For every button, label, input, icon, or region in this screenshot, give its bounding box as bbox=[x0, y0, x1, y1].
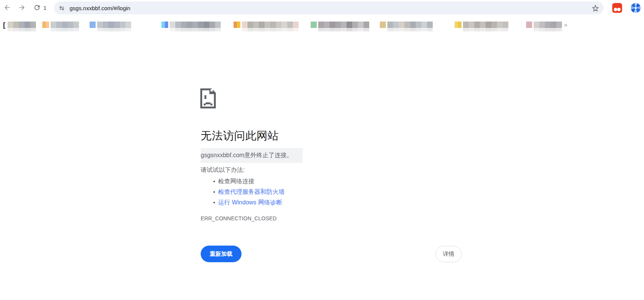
url-text[interactable]: gsgs.nxxbbf.com/#/login bbox=[70, 5, 591, 11]
bookmark-item[interactable]: [ bbox=[3, 20, 41, 32]
pixelated-text-block bbox=[318, 28, 324, 31]
pixelated-text-block bbox=[324, 28, 330, 31]
pixelated-text-block bbox=[352, 22, 358, 28]
pixelated-text-block bbox=[421, 28, 427, 31]
bookmark-item[interactable] bbox=[234, 20, 302, 32]
reload-page-button[interactable]: 重新加载 bbox=[201, 246, 242, 262]
pixelated-text-block bbox=[352, 28, 358, 31]
pixelated-text-block bbox=[497, 22, 503, 28]
pixelated-text-block bbox=[335, 22, 341, 28]
pixelated-text-block bbox=[404, 28, 410, 31]
pixelated-text-block bbox=[56, 28, 62, 31]
bookmarks-overflow-chevron[interactable]: » bbox=[564, 21, 567, 29]
browser-toolbar: 1 gsgs.nxxbbf.com/#/login bbox=[0, 0, 644, 16]
pixelated-text-block bbox=[73, 28, 79, 31]
pixelated-text-block bbox=[364, 28, 369, 31]
pixelated-text-block bbox=[175, 22, 181, 28]
pixelated-text-block bbox=[181, 28, 187, 31]
pixelated-text-block bbox=[192, 28, 198, 31]
bookmark-item[interactable] bbox=[90, 20, 134, 32]
pixelated-text-block bbox=[341, 28, 347, 31]
pixelated-text-block bbox=[427, 28, 433, 31]
pixelated-text-block bbox=[187, 22, 192, 28]
pixelated-text-block bbox=[347, 22, 352, 28]
pixelated-text-block bbox=[204, 22, 209, 28]
bookmark-favicon bbox=[526, 22, 532, 28]
bookmark-item[interactable] bbox=[42, 20, 82, 32]
pixelated-text-block bbox=[187, 28, 192, 31]
pixelated-text-block bbox=[120, 28, 125, 31]
pixelated-text-block bbox=[248, 22, 253, 28]
pixelated-text-block bbox=[276, 22, 282, 28]
red-extension-icon[interactable] bbox=[612, 3, 622, 13]
pixelated-text-block bbox=[13, 28, 19, 31]
pixelated-text-block bbox=[287, 22, 293, 28]
pixelated-text-block bbox=[114, 28, 120, 31]
pixelated-text-block bbox=[253, 22, 259, 28]
bookmark-star-icon[interactable] bbox=[591, 4, 599, 12]
blue-swirl-extension-icon[interactable] bbox=[631, 3, 641, 13]
error-page: 无法访问此网站 gsgsnxxbbf.com意外终止了连接。 请试试以下办法: … bbox=[0, 33, 644, 300]
suggestion-label: 检查网络连接 bbox=[218, 178, 254, 186]
pixelated-text-block bbox=[534, 28, 539, 31]
pixelated-text-block bbox=[387, 28, 393, 31]
sad-file-icon bbox=[200, 88, 218, 108]
error-message: gsgsnxxbbf.com意外终止了连接。 bbox=[201, 148, 303, 163]
pixelated-text-block bbox=[25, 22, 30, 28]
pixelated-text-block bbox=[404, 22, 410, 28]
reload-icon bbox=[33, 4, 41, 12]
suggestion-label[interactable]: 检查代理服务器和防火墙 bbox=[218, 188, 285, 196]
pixelated-text-block bbox=[393, 22, 399, 28]
pixelated-text-block bbox=[318, 22, 324, 28]
bookmark-item[interactable] bbox=[380, 20, 433, 32]
pixelated-text-block bbox=[62, 28, 68, 31]
address-bar[interactable]: gsgs.nxxbbf.com/#/login bbox=[54, 2, 604, 14]
forward-arrow-icon bbox=[18, 4, 26, 12]
forward-button[interactable] bbox=[17, 3, 27, 13]
bookmark-favicon bbox=[311, 22, 317, 28]
pixelated-text-block bbox=[68, 28, 73, 31]
pixelated-text-block bbox=[421, 22, 427, 28]
pixelated-text-block bbox=[30, 28, 36, 31]
pixelated-text-block bbox=[463, 22, 469, 28]
pixelated-text-block bbox=[19, 22, 25, 28]
pixelated-text-block bbox=[364, 22, 369, 28]
suggestion-label[interactable]: 运行 Windows 网络诊断 bbox=[218, 199, 282, 207]
tab-counter: 1 bbox=[43, 5, 46, 11]
bookmark-item[interactable] bbox=[311, 20, 371, 32]
pixelated-text-block bbox=[358, 22, 364, 28]
bookmark-item[interactable] bbox=[455, 20, 513, 32]
pixelated-text-block bbox=[330, 22, 335, 28]
pixelated-text-block bbox=[545, 22, 551, 28]
pixelated-text-block bbox=[556, 28, 562, 31]
pixelated-text-block bbox=[170, 22, 175, 28]
pixelated-text-block bbox=[259, 22, 265, 28]
pixelated-text-block bbox=[393, 28, 399, 31]
pixelated-text-block bbox=[204, 28, 209, 31]
pixelated-text-block bbox=[181, 22, 187, 28]
bookmark-favicon bbox=[90, 22, 96, 28]
bookmark-item[interactable] bbox=[161, 20, 225, 32]
bookmarks-bar: » [ bbox=[0, 16, 644, 33]
pixelated-text-block bbox=[192, 22, 198, 28]
pixelated-text-block bbox=[282, 28, 287, 31]
reload-button[interactable] bbox=[32, 3, 42, 13]
pixelated-text-block bbox=[215, 28, 221, 31]
pixelated-text-block bbox=[30, 22, 36, 28]
pixelated-text-block bbox=[68, 22, 73, 28]
pixelated-text-block bbox=[125, 22, 131, 28]
bookmark-favicon bbox=[237, 22, 240, 28]
pixelated-text-block bbox=[330, 28, 335, 31]
pixelated-text-block bbox=[276, 28, 282, 31]
details-button[interactable]: 详情 bbox=[435, 246, 462, 262]
pixelated-text-block bbox=[97, 22, 103, 28]
back-button[interactable] bbox=[2, 3, 12, 13]
site-settings-icon[interactable] bbox=[57, 4, 66, 12]
bookmark-item[interactable] bbox=[526, 20, 564, 32]
error-code: ERR_CONNECTION_CLOSED bbox=[201, 215, 277, 221]
bookmark-favicon bbox=[165, 22, 168, 28]
suggestions-heading: 请试试以下办法: bbox=[201, 166, 245, 174]
bullet-dot: ● bbox=[213, 179, 218, 183]
error-title: 无法访问此网站 bbox=[201, 128, 279, 144]
pixelated-text-block bbox=[51, 28, 56, 31]
